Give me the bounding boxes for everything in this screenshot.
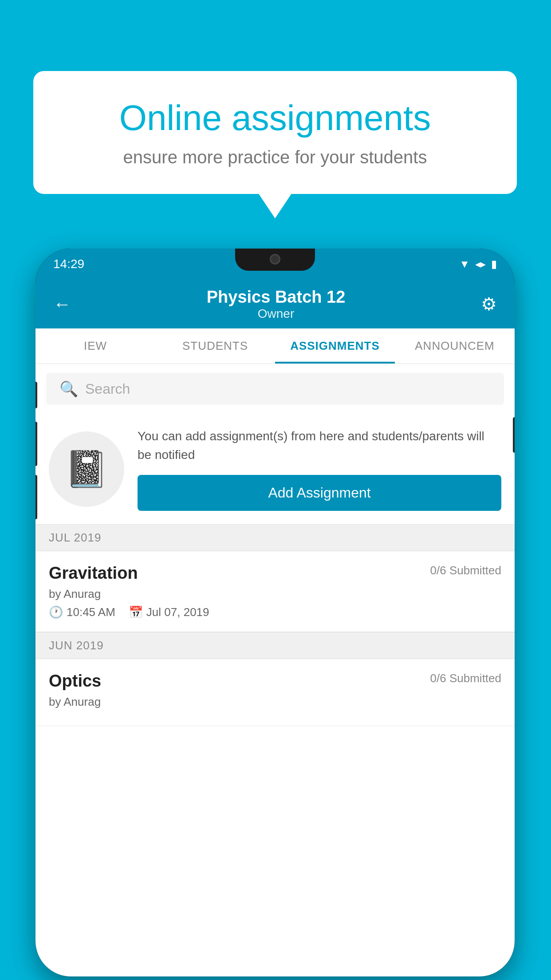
assignment-row-top-optics: Optics 0/6 Submitted	[49, 672, 501, 691]
bubble-title: Online assignments	[69, 98, 481, 138]
assignment-optics[interactable]: Optics 0/6 Submitted by Anurag	[35, 659, 515, 726]
wifi-icon: ▼	[459, 258, 470, 270]
clock-icon: 🕐	[49, 605, 63, 619]
status-time: 14:29	[53, 257, 84, 271]
volume-up-button	[35, 422, 37, 466]
phone-content: 🔍 Search 📓 You can add assignment(s) fro…	[35, 364, 515, 976]
mute-button	[35, 382, 37, 408]
search-placeholder: Search	[85, 381, 130, 397]
assignment-row-top: Gravitation 0/6 Submitted	[49, 564, 501, 583]
assignment-time: 10:45 AM	[67, 605, 115, 619]
assignment-name: Gravitation	[49, 564, 138, 583]
assignment-submitted: 0/6 Submitted	[430, 564, 501, 577]
assignment-date: Jul 07, 2019	[146, 605, 209, 619]
app-header: ← Physics Batch 12 Owner ⚙	[35, 280, 515, 328]
settings-icon[interactable]: ⚙	[481, 294, 497, 314]
header-title: Physics Batch 12	[207, 288, 346, 307]
status-icons: ▼ ◂▸ ▮	[459, 258, 497, 270]
header-subtitle: Owner	[207, 307, 346, 321]
back-button[interactable]: ←	[53, 294, 71, 314]
assignment-gravitation[interactable]: Gravitation 0/6 Submitted by Anurag 🕐 10…	[35, 551, 515, 632]
phone-frame: 14:29 ▼ ◂▸ ▮ ← Physics Batch 12 Owner ⚙ …	[35, 249, 515, 976]
assignment-name-optics: Optics	[49, 672, 101, 691]
section-jul-2019: JUL 2019	[35, 524, 515, 551]
tab-announcements[interactable]: ANNOUNCEM	[395, 328, 515, 364]
speech-bubble: Online assignments ensure more practice …	[33, 71, 517, 194]
assignment-meta: 🕐 10:45 AM 📅 Jul 07, 2019	[49, 605, 501, 619]
header-center: Physics Batch 12 Owner	[207, 288, 346, 321]
battery-icon: ▮	[491, 258, 497, 270]
status-bar: 14:29 ▼ ◂▸ ▮	[35, 249, 515, 280]
section-jun-2019: JUN 2019	[35, 632, 515, 659]
search-icon: 🔍	[59, 380, 78, 398]
camera	[270, 254, 280, 265]
power-button	[513, 417, 515, 453]
tab-iew[interactable]: IEW	[35, 328, 155, 364]
assignment-by-optics: by Anurag	[49, 695, 501, 709]
assignment-icon: 📓	[64, 448, 109, 490]
tab-assignments[interactable]: ASSIGNMENTS	[275, 328, 395, 364]
bubble-subtitle: ensure more practice for your students	[69, 147, 481, 167]
add-assignment-promo: 📓 You can add assignment(s) from here an…	[35, 414, 515, 524]
promo-content: You can add assignment(s) from here and …	[138, 427, 501, 511]
tab-students[interactable]: STUDENTS	[155, 328, 275, 364]
volume-down-button	[35, 475, 37, 519]
assignment-by: by Anurag	[49, 587, 501, 601]
calendar-icon: 📅	[129, 605, 143, 619]
add-assignment-button[interactable]: Add Assignment	[138, 475, 501, 511]
signal-icon: ◂▸	[475, 258, 486, 270]
promo-text: You can add assignment(s) from here and …	[138, 427, 501, 464]
assignment-icon-circle: 📓	[49, 431, 124, 507]
tab-bar: IEW STUDENTS ASSIGNMENTS ANNOUNCEM	[35, 328, 515, 364]
time-meta: 🕐 10:45 AM	[49, 605, 115, 619]
notch	[235, 249, 315, 271]
date-meta: 📅 Jul 07, 2019	[129, 605, 209, 619]
search-bar[interactable]: 🔍 Search	[46, 373, 504, 405]
assignment-submitted-optics: 0/6 Submitted	[430, 672, 501, 685]
